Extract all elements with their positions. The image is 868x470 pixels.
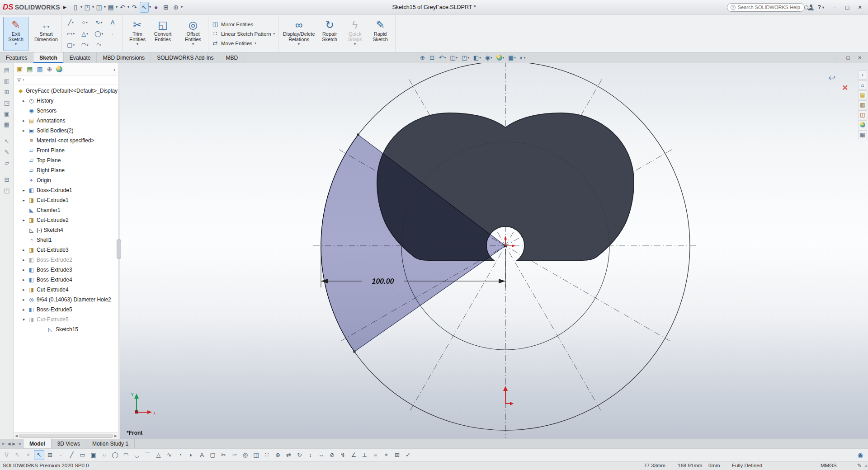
headsup-caret-icon[interactable]: ▾ <box>524 56 526 60</box>
taskpane-collapse-icon[interactable]: ‹ <box>858 70 867 80</box>
appearances-scenes-icon[interactable] <box>858 120 867 129</box>
tree-item-material[interactable]: ≡ Material <not specified> <box>14 136 118 146</box>
dropdown-caret-icon[interactable]: ▾ <box>149 5 151 9</box>
ellipse-tool-icon[interactable]: ◔ <box>175 450 185 460</box>
dimxpertmanager-tab[interactable]: ⊕ <box>47 66 52 73</box>
panel-horizontal-scrollbar[interactable]: ◀ ▶ <box>14 432 118 439</box>
tree-item-cut-extrude3[interactable]: ▸ ◨ Cut-Extrude3 <box>14 245 118 255</box>
tag-editor-icon[interactable]: ✎ <box>857 461 862 470</box>
tree-item-solid-bodies[interactable]: ▸ ▣ Solid Bodies(2) <box>14 126 118 136</box>
tree-item-top-plane[interactable]: ▱ Top Plane <box>14 155 118 165</box>
tool-caret-icon[interactable]: ▾ <box>86 32 88 36</box>
scrollbar-thumb[interactable] <box>19 434 113 438</box>
tree-item-right-plane[interactable]: ▱ Right Plane <box>14 165 118 175</box>
smart-dimension-button[interactable]: ↔ Smart Dimension <box>33 17 59 51</box>
move-entities-button[interactable]: ⇄ Move Entities ▾ <box>212 40 275 47</box>
side-dock-tool-1[interactable]: ▤ <box>2 66 12 75</box>
open-document-icon[interactable]: ◳ <box>83 2 92 13</box>
trim-entities-icon[interactable]: ✂ <box>218 450 229 460</box>
tool-caret-icon[interactable]: ▾ <box>72 21 74 24</box>
tab-mbd[interactable]: MBD <box>220 52 245 63</box>
redo-icon[interactable]: ↷ <box>130 2 139 13</box>
tree-item-annotations[interactable]: ▸ ▤ Annotations <box>14 116 118 126</box>
spline-tool[interactable]: ∿ ▾ <box>92 17 106 28</box>
side-dock-tool-10[interactable]: ⊟ <box>2 175 12 184</box>
help-button[interactable]: ? ▾ <box>818 4 825 10</box>
custom-properties-icon[interactable]: ▦ <box>858 130 867 139</box>
point-tool-icon[interactable]: · <box>56 450 66 460</box>
headsup-caret-icon[interactable]: ▾ <box>503 56 505 60</box>
circular-pattern-icon[interactable]: ⊛ <box>273 450 283 460</box>
featuremanager-tree-tab[interactable]: ▣ <box>17 66 23 73</box>
headsup-caret-icon[interactable]: ▾ <box>467 56 469 60</box>
point-tool[interactable]: · <box>106 28 120 39</box>
corner-rectangle-tool[interactable]: ▭ ▾ <box>64 28 78 39</box>
hide-show-items-icon[interactable]: ◉ ▾ <box>484 54 494 61</box>
tab-addins[interactable]: SOLIDWORKS Add-Ins <box>151 52 220 63</box>
trim-entities-button[interactable]: ✂ Trim Entities ▾ <box>125 17 150 51</box>
expand-arrow-icon[interactable]: ▸ <box>21 248 26 252</box>
split-entities-icon[interactable]: ⊘ <box>327 450 337 460</box>
scroll-left-icon[interactable]: ◀ <box>15 434 18 438</box>
expand-arrow-icon[interactable]: ▸ <box>21 118 26 123</box>
line-tool[interactable]: ╱ ▾ <box>64 17 78 28</box>
tree-item-origin[interactable]: ⌖ Origin <box>14 175 118 185</box>
arc-tool-icon[interactable]: ◠ <box>121 450 131 460</box>
move-caret-icon[interactable]: ▾ <box>255 42 256 45</box>
panel-splitter-handle[interactable] <box>117 240 121 258</box>
headsup-caret-icon[interactable]: ▾ <box>491 56 492 60</box>
linear-pattern-caret-icon[interactable]: ▾ <box>274 32 275 36</box>
dimension-value[interactable]: 100.00 <box>372 277 394 285</box>
graphics-viewport[interactable]: 100.00 Y x <box>120 63 868 439</box>
print-icon[interactable]: ▤ <box>106 2 115 13</box>
text-tool[interactable]: A <box>106 17 120 28</box>
select-icon[interactable]: ↖ <box>12 450 23 460</box>
tab-mbd-dimensions[interactable]: MBD Dimensions <box>97 52 151 63</box>
selection-filter-icon[interactable]: ∇ <box>1 450 12 460</box>
polygon-tool[interactable]: △ ▾ <box>78 28 92 39</box>
angle-dimension-icon[interactable]: ∠ <box>349 450 359 460</box>
grid-settings-icon[interactable]: ⊞ <box>392 450 402 460</box>
appearance-sphere-icon[interactable]: ● <box>151 2 160 13</box>
mirror-entities-icon[interactable]: ◫ <box>251 450 261 460</box>
model-tab[interactable]: Model <box>24 439 52 448</box>
display-delete-relations-button[interactable]: ∞ Display/Delete Relations ▾ <box>281 17 317 51</box>
tree-item-boss-extrude3[interactable]: ▸ ◧ Boss-Extrude3 <box>14 265 118 275</box>
mirror-entities-button[interactable]: ◫ Mirror Entities <box>212 21 275 28</box>
side-dock-tool-6[interactable]: ▦ <box>2 120 12 129</box>
expand-arrow-icon[interactable]: ▸ <box>21 128 26 133</box>
dropdown-caret-icon[interactable]: ▾ <box>127 5 129 9</box>
line-tool-icon[interactable]: ╱ <box>66 450 77 460</box>
dropdown-caret-icon[interactable]: ▾ <box>92 5 94 9</box>
tree-item-diameter-hole2[interactable]: ▸ ◎ 9/64 (0.14063) Diameter Hole2 <box>14 295 118 305</box>
straight-slot-tool[interactable]: ▢ ▾ <box>64 40 78 51</box>
polygon-tool-icon[interactable]: △ <box>153 450 164 460</box>
tree-item-sensors[interactable]: ◉ Sensors <box>14 106 118 116</box>
3d-views-tab[interactable]: 3D Views <box>52 439 86 448</box>
sketch-grid-icon[interactable]: ⊞ <box>161 2 170 13</box>
linear-sketch-pattern-button[interactable]: ∷ Linear Sketch Pattern ▾ <box>212 30 275 37</box>
tree-item-front-plane[interactable]: ▱ Front Plane <box>14 146 118 155</box>
tool-caret-icon[interactable]: ▾ <box>73 43 75 47</box>
relations-caret-icon[interactable]: ▾ <box>298 42 300 47</box>
expand-arrow-icon[interactable]: ▸ <box>21 287 26 292</box>
tree-item-boss-extrude2[interactable]: ▸ ◧ Boss-Extrude2 <box>14 255 118 265</box>
motion-study-tab[interactable]: Motion Study 1 <box>86 439 135 448</box>
scroll-right-icon[interactable]: ▶ <box>114 434 117 438</box>
ellipse-tool[interactable]: ◯ ▾ <box>92 28 106 39</box>
tree-item-sketch4[interactable]: ◺ (-) Sketch4 <box>14 225 118 235</box>
tool-caret-icon[interactable]: ▾ <box>87 43 89 47</box>
display-style-icon[interactable]: ◧ ▾ <box>472 54 482 61</box>
toolbar-options-icon[interactable]: ◉ <box>858 451 863 459</box>
center-rectangle-tool-icon[interactable]: ▣ <box>88 450 99 460</box>
undo-icon[interactable]: ↶ <box>118 2 127 13</box>
expand-arrow-icon[interactable]: ▸ <box>21 188 26 193</box>
expand-arrow-icon[interactable]: ▸ <box>21 258 26 262</box>
tool-caret-icon[interactable]: ▾ <box>86 21 88 24</box>
expand-arrow-icon[interactable]: ▸ <box>21 297 26 302</box>
extend-entities-icon[interactable]: ⇀ <box>229 450 240 460</box>
confirmation-corner-exit-icon[interactable]: ↩ <box>828 72 836 83</box>
tree-item-chamfer1[interactable]: ◣ Chamfer1 <box>14 205 118 215</box>
sketch-canvas[interactable]: 100.00 Y x <box>120 63 868 439</box>
centerpoint-arc-tool[interactable]: ◠ ▾ <box>78 40 92 51</box>
